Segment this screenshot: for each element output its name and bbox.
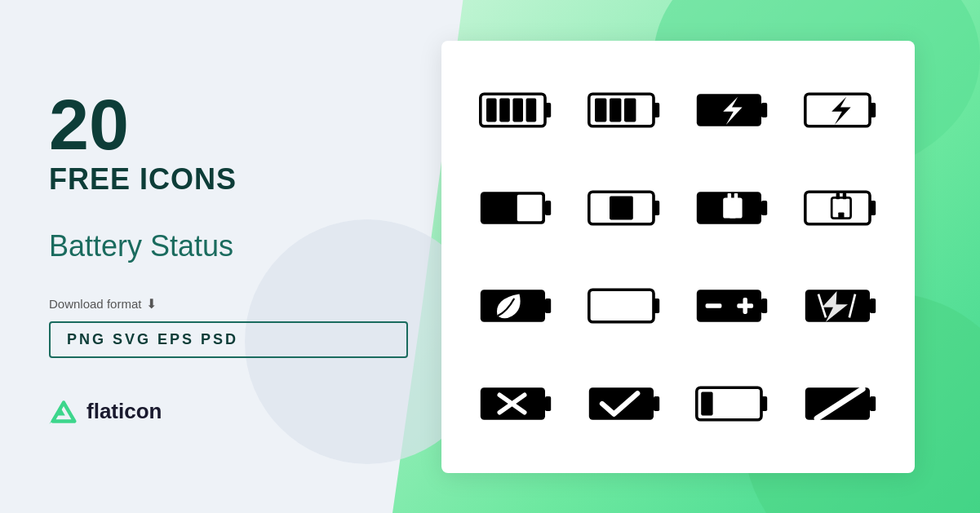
battery-plug-solid-icon [687, 167, 777, 249]
flaticon-logo: flaticon [49, 399, 408, 424]
svg-rect-40 [654, 299, 659, 313]
flaticon-logo-icon [49, 400, 78, 424]
svg-rect-11 [610, 98, 621, 122]
battery-low-outline-icon [687, 363, 777, 444]
svg-rect-29 [734, 193, 738, 199]
battery-leaf-icon [471, 265, 561, 347]
icon-count: 20 [49, 89, 408, 161]
battery-x-icon [471, 363, 561, 444]
svg-rect-20 [545, 201, 551, 215]
svg-rect-36 [838, 212, 844, 218]
free-icons-label: FREE ICONS [49, 162, 408, 197]
svg-rect-38 [545, 299, 551, 313]
battery-plug-outline-icon [796, 167, 885, 249]
svg-rect-14 [761, 103, 767, 117]
battery-charging-outline-icon [796, 69, 885, 151]
svg-rect-28 [728, 193, 732, 199]
icon-card [441, 41, 915, 473]
left-panel: 20 FREE ICONS Battery Status Download fo… [0, 0, 457, 513]
download-icon: ⬇ [146, 296, 157, 312]
page-title: Battery Status [49, 229, 408, 263]
svg-rect-35 [842, 193, 846, 199]
svg-rect-23 [654, 201, 659, 215]
svg-rect-43 [706, 303, 722, 307]
download-label: Download format ⬇ [49, 296, 408, 312]
svg-rect-21 [517, 194, 543, 220]
svg-rect-6 [513, 98, 524, 122]
svg-rect-58 [761, 396, 767, 411]
flaticon-logo-text: flaticon [86, 399, 162, 424]
svg-marker-0 [53, 402, 74, 421]
svg-rect-7 [526, 98, 537, 122]
svg-rect-47 [870, 299, 876, 313]
svg-rect-3 [545, 103, 551, 117]
svg-rect-4 [486, 98, 497, 122]
svg-rect-55 [589, 387, 654, 420]
svg-rect-42 [761, 299, 767, 313]
svg-rect-32 [870, 201, 876, 215]
battery-check-icon [579, 363, 669, 444]
svg-rect-59 [701, 391, 712, 415]
battery-charging-solid-icon [687, 69, 777, 151]
svg-rect-45 [743, 298, 747, 314]
battery-empty-outline-icon [579, 265, 669, 347]
battery-slash-icon [796, 363, 885, 444]
svg-rect-5 [499, 98, 510, 122]
svg-rect-17 [870, 103, 876, 117]
svg-rect-10 [595, 98, 606, 122]
svg-rect-61 [870, 396, 876, 411]
svg-rect-12 [624, 98, 636, 122]
svg-rect-56 [654, 396, 659, 411]
battery-minus-plus-icon [687, 265, 777, 347]
format-box[interactable]: PNG SVG EPS PSD [49, 321, 408, 358]
svg-rect-26 [761, 201, 767, 215]
svg-rect-9 [654, 103, 659, 117]
battery-left-half-icon [471, 167, 561, 249]
battery-three-quarter-icon [579, 69, 669, 151]
svg-rect-34 [836, 193, 840, 199]
svg-rect-52 [545, 396, 551, 411]
battery-full-icon [471, 69, 561, 151]
battery-center-half-icon [579, 167, 669, 249]
svg-rect-39 [589, 290, 654, 322]
svg-rect-30 [730, 212, 736, 218]
svg-rect-24 [610, 196, 633, 219]
battery-broken-icon [796, 265, 885, 347]
background: 20 FREE ICONS Battery Status Download fo… [0, 0, 980, 513]
